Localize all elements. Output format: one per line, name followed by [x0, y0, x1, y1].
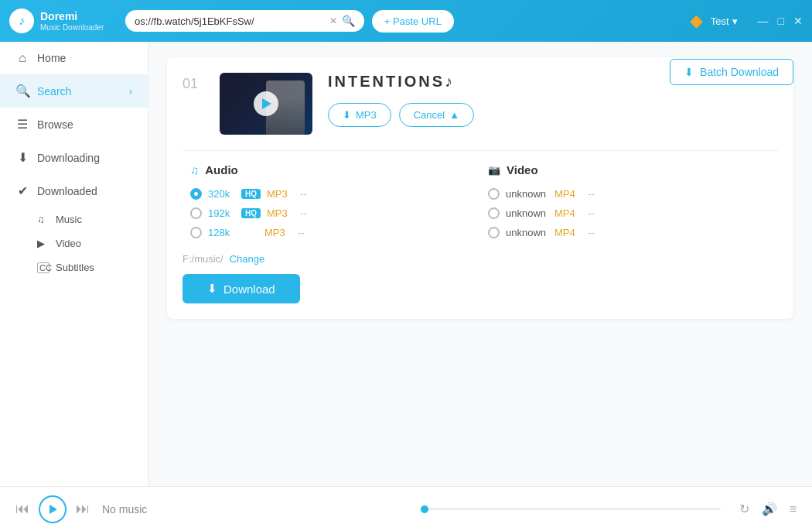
audio-bitrate-128k: 128k — [208, 227, 235, 238]
download-icon: ⬇ — [207, 282, 217, 296]
sidebar-label-search: Search — [37, 85, 71, 98]
video-option-2[interactable]: unknown MP4 -- — [488, 204, 770, 223]
sidebar: ⌂ Home 🔍 Search › ☰ Browse ⬇ Downloading… — [0, 42, 148, 486]
cancel-button[interactable]: Cancel ▲ — [399, 103, 474, 127]
main-layout: ⌂ Home 🔍 Search › ☰ Browse ⬇ Downloading… — [0, 42, 812, 486]
audio-format-320k: MP3 — [267, 188, 294, 200]
sidebar-item-downloaded[interactable]: ✔ Downloaded — [0, 174, 148, 207]
search-arrow-icon: › — [129, 86, 132, 97]
audio-bitrate-320k: 320k — [208, 188, 235, 200]
premium-diamond-icon: ◆ — [690, 11, 703, 31]
window-controls: — □ ✕ — [758, 15, 803, 27]
sidebar-label-downloaded: Downloaded — [37, 185, 97, 197]
sidebar-item-video[interactable]: ▶ Video — [37, 231, 148, 255]
sidebar-item-music[interactable]: ♫ Music — [37, 207, 148, 231]
sidebar-item-downloading[interactable]: ⬇ Downloading — [0, 141, 148, 174]
logo-text: Doremi Music Downloader — [40, 10, 104, 32]
download-label: Download — [223, 283, 275, 296]
play-pause-button[interactable] — [39, 495, 67, 523]
format-grid: ♫ Audio 320k HQ MP3 -- 192k HQ M — [183, 150, 778, 242]
video-quality-2: unknown — [506, 207, 548, 219]
video-option-1[interactable]: unknown MP4 -- — [488, 184, 770, 204]
sidebar-item-subtitles[interactable]: CC Subtitles — [37, 255, 148, 279]
app-logo-icon: ♪ — [9, 9, 34, 33]
sidebar-item-search[interactable]: 🔍 Search › — [0, 74, 148, 108]
audio-radio-128k[interactable] — [190, 227, 202, 238]
cancel-label: Cancel — [414, 109, 445, 121]
user-menu[interactable]: Test ▾ — [711, 15, 738, 27]
close-button[interactable]: ✕ — [793, 15, 803, 27]
browse-icon: ☰ — [15, 117, 29, 132]
video-size-3: -- — [588, 227, 595, 238]
music-icon: ♫ — [37, 214, 49, 225]
save-path-text: F:/music/ — [183, 253, 223, 265]
no-music-label: No music — [102, 503, 402, 516]
titlebar: ♪ Doremi Music Downloader os://fb.watch/… — [0, 0, 812, 42]
search-icon: 🔍 — [15, 84, 29, 98]
sidebar-label-subtitles: Subtitles — [56, 262, 94, 273]
next-button[interactable]: ⏭ — [76, 501, 90, 517]
change-path-link[interactable]: Change — [230, 253, 265, 265]
playlist-button[interactable]: ≡ — [790, 502, 797, 516]
video-format-3: MP4 — [554, 227, 582, 238]
play-icon — [49, 505, 57, 514]
video-option-3[interactable]: unknown MP4 -- — [488, 223, 770, 242]
audio-radio-320k[interactable] — [190, 188, 202, 200]
batch-download-button[interactable]: ⬇ Batch Download — [670, 59, 793, 85]
sidebar-item-home[interactable]: ⌂ Home — [0, 42, 148, 74]
video-radio-2[interactable] — [488, 207, 500, 219]
url-search-icon: 🔍 — [342, 15, 355, 27]
audio-size-192k: -- — [300, 207, 307, 219]
download-button[interactable]: ⬇ Download — [183, 274, 300, 303]
username-label: Test — [711, 15, 729, 27]
audio-radio-192k[interactable] — [190, 207, 202, 219]
prev-button[interactable]: ⏮ — [15, 501, 29, 517]
audio-format-128k: MP3 — [264, 227, 292, 238]
repeat-button[interactable]: ↻ — [739, 502, 749, 516]
logo-area: ♪ Doremi Music Downloader — [9, 9, 118, 33]
video-icon: ▶ — [37, 238, 49, 249]
app-subtitle: Music Downloader — [40, 23, 104, 32]
paste-url-label: + Paste URL — [384, 15, 442, 27]
paste-url-button[interactable]: + Paste URL — [372, 10, 454, 33]
mp3-label: MP3 — [356, 109, 377, 121]
video-column: 📷 Video unknown MP4 -- unknown MP4 -- — [480, 163, 778, 242]
progress-indicator — [421, 505, 428, 513]
play-overlay-button[interactable] — [254, 91, 278, 116]
volume-button[interactable]: 🔊 — [762, 502, 777, 516]
sidebar-label-browse: Browse — [37, 118, 73, 131]
video-format-1: MP4 — [554, 188, 582, 200]
sidebar-label-video: Video — [56, 238, 81, 249]
audio-option-128k[interactable]: 128k MP3 -- — [190, 223, 473, 242]
audio-option-320k[interactable]: 320k HQ MP3 -- — [190, 184, 473, 204]
video-col-icon: 📷 — [488, 164, 500, 176]
save-path-area: F:/music/ Change — [183, 253, 778, 265]
url-close-icon[interactable]: ✕ — [329, 15, 337, 26]
track-card: 01 INTENTIONS♪ ⬇ MP3 Ca — [167, 57, 793, 319]
audio-format-192k: MP3 — [267, 207, 294, 219]
player-bar: ⏮ ⏭ No music ↻ 🔊 ≡ — [0, 486, 812, 531]
batch-download-icon: ⬇ — [684, 66, 694, 78]
video-size-1: -- — [588, 188, 595, 200]
audio-size-320k: -- — [300, 188, 307, 200]
video-radio-3[interactable] — [488, 227, 500, 238]
player-progress-bar[interactable] — [421, 508, 721, 510]
audio-column: ♫ Audio 320k HQ MP3 -- 192k HQ M — [183, 163, 480, 242]
minimize-button[interactable]: — — [758, 15, 769, 27]
sidebar-sub-menu: ♫ Music ▶ Video CC Subtitles — [0, 207, 148, 279]
video-radio-1[interactable] — [488, 188, 500, 200]
mp3-button[interactable]: ⬇ MP3 — [328, 103, 391, 127]
url-text: os://fb.watch/5j1EbKFsSw/ — [135, 15, 325, 27]
cancel-chevron-icon: ▲ — [449, 109, 459, 121]
batch-download-label: Batch Download — [700, 66, 779, 78]
video-size-2: -- — [588, 207, 595, 219]
hq-badge-320k: HQ — [241, 189, 261, 199]
audio-size-128k: -- — [298, 227, 305, 238]
sidebar-label-music: Music — [56, 214, 82, 225]
video-format-2: MP4 — [554, 207, 582, 219]
audio-option-192k[interactable]: 192k HQ MP3 -- — [190, 204, 473, 223]
url-bar[interactable]: os://fb.watch/5j1EbKFsSw/ ✕ 🔍 — [125, 10, 364, 32]
maximize-button[interactable]: □ — [778, 15, 784, 27]
sidebar-item-browse[interactable]: ☰ Browse — [0, 108, 148, 141]
audio-bitrate-192k: 192k — [208, 207, 235, 219]
